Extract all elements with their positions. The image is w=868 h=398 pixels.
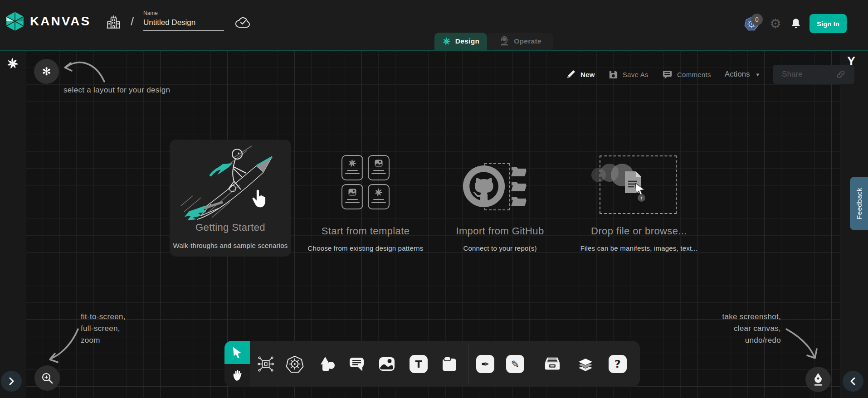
comments-button[interactable]: Comments: [662, 69, 711, 80]
save-as-button[interactable]: Save As: [609, 70, 649, 79]
header-accent-line: [0, 50, 868, 51]
actions-hint-arrow: [783, 323, 824, 364]
meshery-sidebar-icon[interactable]: [6, 57, 19, 70]
y-shortcut-icon[interactable]: Y: [847, 54, 855, 68]
getting-started-title: Getting Started: [170, 222, 291, 233]
pen-tile: ✒: [476, 355, 494, 373]
layout-hint-text: select a layout for your design: [63, 84, 170, 96]
image-icon: [378, 355, 396, 373]
cursor-select-icon: [231, 346, 243, 359]
help-tile: ?: [609, 355, 627, 373]
pen-tool[interactable]: ✒: [476, 355, 494, 373]
actions-label: Actions: [725, 70, 750, 79]
left-sidebar: [0, 51, 26, 398]
pen-nib-icon: [812, 373, 824, 386]
drop-file-title[interactable]: Drop file or browse...: [584, 225, 694, 237]
tab-design[interactable]: Design: [434, 33, 487, 50]
note-icon: [440, 355, 458, 373]
comment-bubble-icon: [348, 355, 366, 373]
operate-headset-icon: [499, 36, 510, 47]
select-tool[interactable]: [224, 341, 250, 364]
image-icon: [347, 188, 357, 197]
rocket-doodle-illustration: [179, 144, 283, 221]
expand-right-panel-button[interactable]: [843, 371, 863, 392]
template-thumbnails[interactable]: [341, 155, 390, 209]
design-name-input[interactable]: [143, 18, 224, 31]
shapes-tool[interactable]: [318, 355, 336, 373]
hint-full-screen: full-screen,: [81, 323, 126, 335]
feedback-tab[interactable]: Feedback: [850, 177, 868, 230]
help-tool[interactable]: ?: [609, 355, 627, 373]
share-link-icon: [836, 70, 845, 79]
save-icon: [609, 70, 618, 79]
organization-building-icon[interactable]: [106, 15, 121, 30]
template-line: [347, 199, 358, 200]
github-import-subtitle: Connect to your repo(s): [451, 244, 549, 252]
image-tool[interactable]: [378, 355, 396, 373]
notes-tool[interactable]: [440, 355, 458, 373]
template-tile-design[interactable]: [341, 155, 363, 180]
folder-icon: [511, 165, 527, 177]
template-line: [373, 170, 384, 171]
hint-take-screenshot: take screenshot,: [680, 311, 781, 323]
github-import-title[interactable]: Import from GitHub: [451, 225, 549, 237]
template-title[interactable]: Start from template: [305, 225, 426, 237]
text-tool[interactable]: T: [410, 355, 428, 373]
layers-icon: [576, 354, 595, 374]
kanvas-logo[interactable]: KANVAS: [5, 11, 91, 32]
layout-flower-icon: ✻: [42, 65, 51, 78]
meshery-swirl-icon: [348, 159, 357, 168]
operate-tab-label: Operate: [514, 37, 541, 45]
import-design-tool[interactable]: [543, 355, 561, 373]
sign-in-button[interactable]: Sign In: [809, 14, 847, 33]
zoom-hints-text: fit-to-screen, full-screen, zoom: [81, 311, 126, 346]
layers-tool[interactable]: [576, 355, 595, 373]
hint-fit-to-screen: fit-to-screen,: [81, 311, 126, 323]
dock-divider: [534, 343, 534, 384]
name-field-label: Name: [143, 10, 224, 16]
template-tile-image[interactable]: [368, 155, 390, 180]
hand-pan-icon: [231, 369, 243, 382]
share-button[interactable]: Share: [773, 65, 854, 84]
chevron-right-icon: [7, 376, 15, 386]
kubernetes-tool[interactable]: [286, 355, 304, 373]
gear-icon[interactable]: ⚙: [770, 17, 781, 30]
layout-hint-arrow: [54, 53, 108, 86]
drop-file-subtitle: Files can be manifests, images, text...: [575, 244, 703, 252]
template-line: [373, 199, 384, 200]
expand-left-panel-button[interactable]: [1, 371, 22, 392]
template-tile-image[interactable]: [341, 184, 363, 209]
caret-down-icon: ▾: [756, 71, 760, 78]
pan-tool[interactable]: [224, 364, 250, 387]
template-tile-design[interactable]: [368, 184, 390, 209]
canvas-toolbar: New Save As Comments Actions ▾ Share: [566, 64, 854, 84]
sketch-tool[interactable]: ✎: [506, 355, 524, 373]
drawer-icon: [543, 355, 561, 373]
tab-operate[interactable]: Operate: [487, 33, 553, 50]
breadcrumb-slash: /: [131, 15, 134, 29]
pencil-sketch-icon: ✎: [511, 359, 519, 370]
question-mark-icon: ?: [614, 358, 620, 370]
new-label: New: [580, 71, 595, 78]
zoom-in-icon: [41, 372, 54, 384]
folder-icon: [511, 195, 527, 207]
zoom-hint-arrow: [40, 323, 83, 366]
canvas-action-hints-text: take screenshot, clear canvas, undo/redo: [680, 311, 781, 346]
zoom-button[interactable]: [34, 365, 60, 391]
hint-zoom: zoom: [81, 335, 126, 346]
actions-dropdown[interactable]: Actions ▾: [725, 70, 759, 79]
comments-label: Comments: [677, 71, 711, 78]
image-icon: [374, 159, 384, 168]
github-octocat-icon[interactable]: [462, 164, 506, 209]
pencil-icon: [566, 69, 576, 79]
folder-icon: [511, 180, 527, 192]
components-tool[interactable]: [257, 355, 275, 373]
new-button[interactable]: New: [566, 69, 595, 79]
template-line: [371, 173, 386, 174]
drawing-actions-button[interactable]: [805, 367, 831, 392]
bell-icon[interactable]: [790, 18, 802, 30]
pencil-tile: ✎: [506, 355, 524, 373]
fountain-pen-icon: ✒: [481, 359, 489, 370]
hint-undo-redo: undo/redo: [680, 335, 781, 346]
comment-tool[interactable]: [348, 355, 366, 373]
